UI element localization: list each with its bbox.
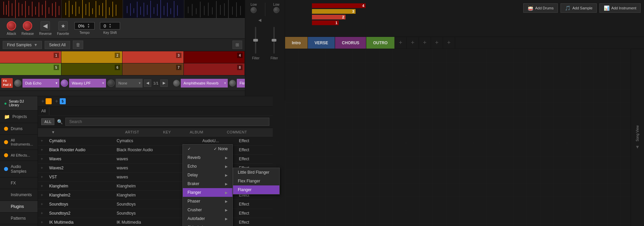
section-tab-intro[interactable]: Intro — [285, 37, 308, 49]
sample-slot-4[interactable]: 4 — [184, 51, 245, 63]
sample-slot-5[interactable]: 5 — [0, 63, 61, 75]
release-knob[interactable] — [23, 21, 32, 31]
fx-nav-next-1[interactable]: ▶ — [160, 79, 168, 87]
table-row[interactable]: + Soundtoys2 Soundtoys AudioU... Effect — [38, 209, 273, 218]
sidebar-item-files[interactable]: Files — [0, 224, 38, 226]
filter-slider-left[interactable] — [255, 27, 256, 54]
row-add-icon[interactable]: + — [38, 173, 46, 182]
fx-knob-3[interactable] — [107, 79, 115, 87]
sidebar-item-fx[interactable]: FX — [0, 177, 38, 189]
dropdown-item-phaser[interactable]: Phaser ▶ — [183, 197, 232, 206]
col-album[interactable]: ALBUM — [186, 128, 223, 136]
fx-knob-1[interactable] — [14, 79, 21, 87]
sub-item-flex-flanger[interactable]: Flex Flanger — [233, 177, 279, 185]
song-view-down-arrow[interactable]: ▼ — [635, 144, 640, 150]
row-add-icon[interactable]: + — [38, 218, 46, 226]
sidebar-item-patterns[interactable]: Patterns — [0, 213, 38, 224]
reverse-button[interactable]: ◀ — [41, 21, 50, 31]
table-row[interactable]: + Cymatics Cymatics AudioU... Effect — [38, 136, 273, 146]
row-add-icon[interactable]: + — [38, 155, 46, 164]
attack-knob[interactable] — [7, 21, 16, 31]
row-add-icon[interactable]: + — [38, 182, 46, 191]
dropdown-item-autofader[interactable]: Autofader ▶ — [183, 214, 232, 223]
row-add-icon[interactable]: + — [38, 191, 46, 200]
sidebar-item-instruments[interactable]: Instruments — [0, 189, 38, 201]
fx-knob-2[interactable] — [61, 79, 68, 87]
dropdown-item-flanger[interactable]: Flanger ▶ — [183, 188, 232, 197]
table-row[interactable]: + IK Multimedia IK Multimedia VST Effect — [38, 218, 273, 226]
add-to-list-btn-2[interactable]: + 5 — [55, 98, 65, 104]
keyshift-display[interactable]: 0 ▲ ▼ — [100, 22, 120, 30]
section-tab-outro[interactable]: OUTRO — [366, 37, 394, 49]
add-sample-button[interactable]: 🎵 Add Sample — [560, 3, 597, 13]
row-add-icon[interactable]: + — [38, 136, 46, 146]
tempo-display[interactable]: 0% ▲ ▼ — [74, 22, 95, 30]
table-row[interactable]: + Black Rooster Audio Black Rooster Audi… — [38, 146, 273, 155]
find-samples-button[interactable]: Find Samples ▼ — [3, 41, 42, 49]
sidebar-item-all-instruments[interactable]: All Instruments... — [0, 135, 38, 150]
table-row[interactable]: + Waves waves AudioU... Effect — [38, 155, 273, 164]
grid-view-button[interactable]: ⊞ — [232, 41, 242, 49]
add-drums-button[interactable]: 🥁 Add Drums — [523, 3, 558, 13]
dropdown-item-delay[interactable]: Delay ▶ — [183, 171, 232, 179]
dropdown-item-reverb[interactable]: Reverb ▶ — [183, 153, 232, 162]
section-tab-verse[interactable]: VERSE — [308, 37, 335, 49]
fx-select-3[interactable]: None ▼ — [116, 79, 143, 88]
row-add-icon[interactable]: + — [38, 164, 46, 173]
fx-knob-4[interactable] — [173, 80, 180, 87]
dropdown-item-none[interactable]: ✓ None — [183, 145, 232, 153]
sidebar-item-plugins[interactable]: Plugins — [0, 201, 38, 213]
section-add-1[interactable]: + — [395, 37, 407, 49]
table-row[interactable]: + Soundtoys Soundtoys VST Effect — [38, 200, 273, 209]
dropdown-item-echo[interactable]: Echo ▶ — [183, 162, 232, 171]
sidebar-item-projects[interactable]: 📁 Projects — [0, 111, 38, 123]
svg-rect-34 — [112, 2, 113, 17]
sidebar-item-drums[interactable]: Drums — [0, 123, 38, 135]
fx-select-2[interactable]: Wavey LPF ▼ — [69, 79, 106, 88]
dropdown-item-sidechain[interactable]: Sidechain ▶ — [183, 223, 232, 226]
fx-nav-prev-1[interactable]: ◀ — [144, 79, 151, 87]
row-add-icon[interactable]: + — [38, 209, 46, 218]
slot-number-3: 3 — [176, 53, 181, 58]
sidebar-item-audio-samples[interactable]: Audio Samples — [0, 161, 38, 177]
dropdown-item-braker[interactable]: Braker ▶ — [183, 179, 232, 188]
add-to-list-btn-1[interactable]: + — [41, 98, 52, 104]
fx-select-5[interactable]: Flex Flanger ▼ — [237, 79, 245, 88]
sample-slot-2[interactable]: 2 — [61, 51, 123, 63]
sample-slot-6[interactable]: 6 — [61, 63, 123, 75]
sample-slot-7[interactable]: 7 — [122, 63, 184, 75]
search-input[interactable] — [65, 118, 269, 126]
sub-item-flanger[interactable]: Flanger — [233, 185, 279, 194]
col-name[interactable]: ▼ — [48, 128, 122, 136]
add-instrument-button[interactable]: 📊 Add Instrument — [599, 3, 641, 13]
section-add-2[interactable]: + — [407, 37, 419, 49]
filter-knob-right[interactable] — [273, 7, 279, 13]
col-key[interactable]: KEY — [160, 128, 186, 136]
sample-slot-3[interactable]: 3 — [122, 51, 184, 63]
favorite-button[interactable]: ★ — [58, 21, 68, 31]
dropdown-item-crusher[interactable]: Crusher ▶ — [183, 206, 232, 214]
section-add-3[interactable]: + — [419, 37, 431, 49]
row-add-icon[interactable]: + — [38, 146, 46, 155]
sub-item-little-bird[interactable]: Little Bird Flanger — [233, 168, 279, 177]
row-add-icon[interactable]: + — [38, 200, 46, 209]
fx-select-4[interactable]: Amphitheatre Reverb ▼ — [181, 79, 228, 88]
filter-all-btn[interactable]: All — [38, 107, 49, 115]
serato-dj-library-button[interactable]: ● Serato DJ Library — [0, 96, 38, 111]
section-tab-chorus[interactable]: CHORUS — [335, 37, 366, 49]
all-badge[interactable]: ALL — [41, 118, 54, 125]
trash-button[interactable]: 🗑 — [73, 41, 83, 49]
sample-slot-8[interactable]: 8 — [184, 63, 245, 75]
col-artist[interactable]: ARTIST — [122, 128, 160, 136]
section-add-4[interactable]: + — [431, 37, 443, 49]
filter-slider-right[interactable] — [273, 27, 275, 54]
fx-select-1[interactable]: Dub Echo ▼ — [22, 79, 59, 88]
fx-knob-5[interactable] — [229, 80, 236, 87]
filter-arrow[interactable]: ◀ — [257, 17, 262, 23]
sidebar-item-all-effects[interactable]: All Effects... — [0, 150, 38, 161]
select-all-button[interactable]: Select All — [45, 41, 70, 49]
sample-slot-1[interactable]: 1 — [0, 51, 61, 63]
filter-knob-left[interactable] — [251, 7, 257, 13]
section-add-5[interactable]: + — [443, 37, 455, 49]
col-comment[interactable]: COMMENT — [223, 128, 273, 136]
